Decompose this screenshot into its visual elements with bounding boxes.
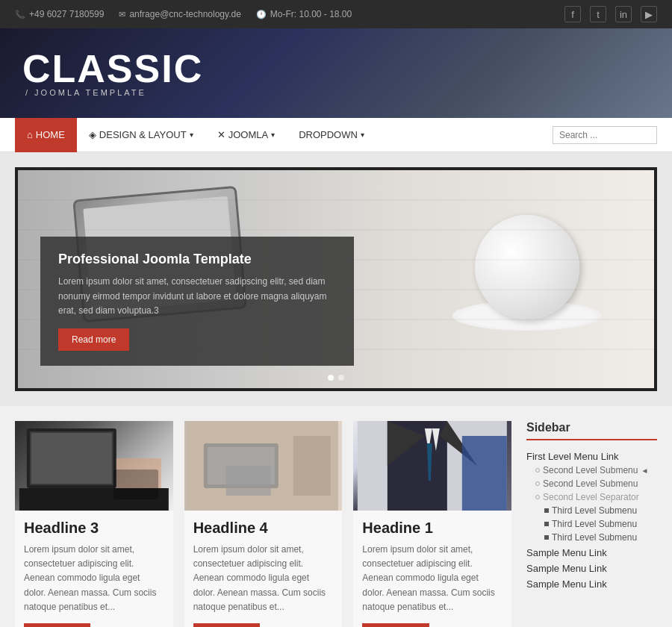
- article-card-3: Headine 1 Lorem ipsum dolor sit amet, co…: [353, 421, 511, 627]
- nav-home-label: HOME: [36, 129, 65, 140]
- sidebar-second-level-2: Second Level Submenu: [526, 478, 657, 489]
- article-headline-1: Headline 3: [24, 520, 164, 537]
- sidebar-second-level-link-1[interactable]: Second Level Submenu ◄: [526, 465, 657, 475]
- joomla-icon: ✕: [217, 129, 225, 140]
- sidebar-third-label-1: Third Level Submenu: [552, 505, 637, 516]
- email-info: ✉ anfrage@cnc-technology.de: [119, 9, 240, 19]
- hero-slider: Professional Joomla Template Lorem ipsum…: [15, 167, 657, 391]
- article-card-1: Headline 3 Lorem ipsum dolor sit amet, c…: [15, 421, 173, 627]
- slider-dot-2[interactable]: [338, 375, 344, 381]
- bullet-circle-icon-3: [535, 495, 540, 499]
- site-header: CLASSIC / JOOMLA TEMPLATE: [0, 28, 672, 118]
- sidebar-separator: Second Level Separator: [526, 492, 657, 502]
- nav-items: ⌂ HOME ◈ DESIGN & LAYOUT ▾ ✕ JOOMLA ▾ DR…: [15, 118, 553, 152]
- svg-rect-10: [19, 488, 169, 511]
- nav-design-layout[interactable]: ◈ DESIGN & LAYOUT ▾: [77, 118, 205, 152]
- sidebar-first-level: First Level Menu Link: [526, 451, 657, 462]
- svg-rect-15: [293, 436, 331, 496]
- sidebar-third-level-3: Third Level Submenu: [526, 532, 657, 543]
- bullet-square-icon: [544, 508, 549, 513]
- sidebar-sample-3: Sample Menu Link: [526, 578, 657, 590]
- nav-design-label: DESIGN & LAYOUT: [99, 129, 187, 140]
- nav-joomla[interactable]: ✕ JOOMLA ▾: [205, 118, 287, 152]
- nav-dropdown[interactable]: DROPDOWN ▾: [287, 118, 376, 152]
- slider-title: Professional Joomla Template: [58, 252, 336, 267]
- article-content-2: Headline 4 Lorem ipsum dolor sit amet, c…: [184, 511, 343, 627]
- nav-dropdown-label: DROPDOWN: [299, 129, 358, 140]
- chevron-right-icon: ◄: [641, 467, 648, 475]
- article-body-3: Lorem ipsum dolor sit amet, consectetuer…: [362, 543, 503, 614]
- svg-rect-9: [116, 458, 161, 503]
- main-content: Headline 3 Lorem ipsum dolor sit amet, c…: [0, 406, 672, 627]
- article-card-2: Headline 4 Lorem ipsum dolor sit amet, c…: [184, 421, 343, 627]
- article-content-3: Headine 1 Lorem ipsum dolor sit amet, co…: [353, 511, 511, 627]
- topbar: 📞 +49 6027 7180599 ✉ anfrage@cnc-technol…: [0, 0, 672, 28]
- sidebar-title: Sidebar: [526, 421, 657, 440]
- article-image-2: [184, 421, 343, 511]
- slider-dot-1[interactable]: [328, 375, 334, 381]
- sidebar-third-level-2: Third Level Submenu: [526, 519, 657, 529]
- chevron-down-icon-2: ▾: [271, 131, 275, 139]
- design-icon: ◈: [89, 129, 96, 140]
- slider-read-more-button[interactable]: Read more: [58, 328, 129, 351]
- sidebar-second-level-link-2[interactable]: Second Level Submenu: [526, 478, 657, 489]
- facebook-link[interactable]: f: [564, 6, 581, 22]
- business-hours: Mo-Fr: 10.00 - 18.00: [270, 9, 352, 19]
- email-address: anfrage@cnc-technology.de: [129, 9, 240, 19]
- sidebar-third-label-2: Third Level Submenu: [552, 519, 637, 529]
- articles-section: Headline 3 Lorem ipsum dolor sit amet, c…: [15, 421, 511, 627]
- sidebar-third-level-link-3[interactable]: Third Level Submenu: [526, 532, 657, 543]
- sidebar-third-level-link-1[interactable]: Third Level Submenu: [526, 505, 657, 516]
- sidebar-first-level-link[interactable]: First Level Menu Link: [526, 451, 657, 462]
- sidebar-third-level-1: Third Level Submenu: [526, 505, 657, 516]
- laptop-svg: [15, 421, 173, 511]
- article-image-3: [353, 421, 511, 511]
- brand: CLASSIC / JOOMLA TEMPLATE: [22, 49, 203, 97]
- article-body-1: Lorem ipsum dolor sit amet, consectetuer…: [24, 543, 164, 614]
- svg-rect-23: [462, 436, 507, 511]
- article-content-1: Headline 3 Lorem ipsum dolor sit amet, c…: [15, 511, 173, 627]
- bullet-circle-icon: [535, 468, 540, 472]
- navbar: ⌂ HOME ◈ DESIGN & LAYOUT ▾ ✕ JOOMLA ▾ DR…: [0, 118, 672, 152]
- phone-info: 📞 +49 6027 7180599: [15, 9, 104, 19]
- email-icon: ✉: [119, 10, 125, 19]
- articles-grid: Headline 3 Lorem ipsum dolor sit amet, c…: [15, 421, 511, 627]
- sidebar-separator-label: Second Level Separator: [543, 492, 639, 502]
- youtube-link[interactable]: ▶: [641, 6, 657, 22]
- phone-icon: 📞: [15, 10, 25, 19]
- sidebar-sample-2: Sample Menu Link: [526, 563, 657, 574]
- social-links[interactable]: f t in ▶: [564, 6, 657, 22]
- article-headline-3: Headine 1: [362, 520, 503, 537]
- bullet-circle-icon-2: [535, 481, 540, 486]
- clock-icon: 🕐: [256, 10, 267, 19]
- article-read-more-button-3[interactable]: Read more: [362, 623, 429, 627]
- chevron-down-icon-3: ▾: [361, 131, 364, 139]
- article-image-1: [15, 421, 173, 511]
- phone-number: +49 6027 7180599: [29, 9, 104, 19]
- home-icon: ⌂: [27, 129, 33, 140]
- slider-wrapper: Professional Joomla Template Lorem ipsum…: [0, 152, 672, 406]
- sidebar-third-level-link-2[interactable]: Third Level Submenu: [526, 519, 657, 529]
- slider-body: Lorem ipsum dolor sit amet, consectetuer…: [58, 275, 336, 318]
- hours-info: 🕐 Mo-Fr: 10.00 - 18.00: [256, 9, 352, 19]
- article-read-more-button-1[interactable]: Read more: [24, 623, 90, 627]
- sidebar-second-level-1: Second Level Submenu ◄: [526, 465, 657, 475]
- twitter-link[interactable]: t: [590, 6, 606, 22]
- sidebar-sample-link-1[interactable]: Sample Menu Link: [526, 547, 657, 558]
- svg-rect-8: [31, 433, 112, 484]
- bullet-square-icon-3: [544, 535, 549, 540]
- svg-rect-14: [226, 466, 271, 496]
- sidebar-separator-item: Second Level Separator: [526, 492, 657, 502]
- suit-svg: [353, 421, 511, 511]
- sidebar-sample-link-2[interactable]: Sample Menu Link: [526, 563, 657, 574]
- search-input[interactable]: [553, 126, 657, 144]
- linkedin-link[interactable]: in: [615, 6, 632, 22]
- article-read-more-button-2[interactable]: Read more: [193, 623, 260, 627]
- office-svg: [184, 421, 343, 511]
- sidebar: Sidebar First Level Menu Link Second Lev…: [526, 421, 657, 627]
- nav-home[interactable]: ⌂ HOME: [15, 118, 77, 152]
- sidebar-sample-link-3[interactable]: Sample Menu Link: [526, 578, 657, 590]
- topbar-contact: 📞 +49 6027 7180599 ✉ anfrage@cnc-technol…: [15, 9, 352, 19]
- bullet-square-icon-2: [544, 522, 549, 526]
- slider-caption: Professional Joomla Template Lorem ipsum…: [40, 237, 354, 366]
